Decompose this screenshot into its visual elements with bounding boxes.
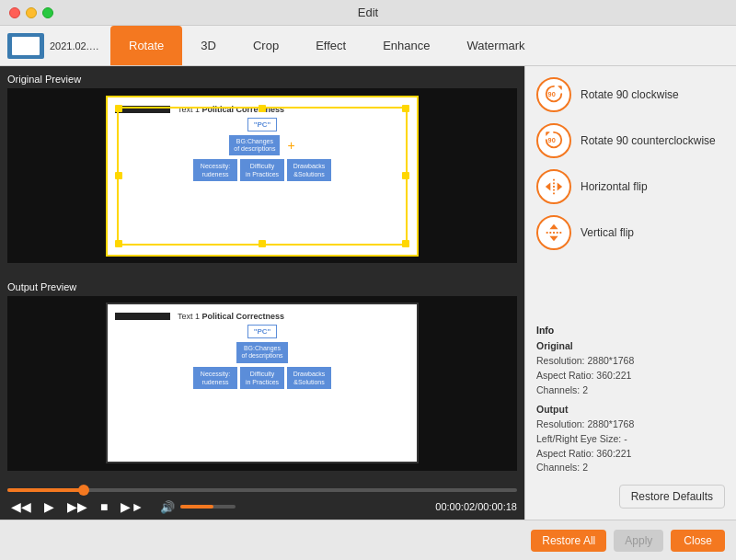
rotate-cw-label: Rotate 90 clockwise (581, 88, 679, 101)
info-output-resolution: Resolution: 2880*1768 (536, 417, 725, 432)
tab-crop[interactable]: Crop (235, 26, 297, 65)
output-slide-pc-box: "PC" (247, 325, 278, 338)
right-panel: 90 Rotate 90 clockwise 90 Rotate 90 coun… (524, 66, 736, 520)
crop-handle-ml[interactable] (115, 172, 122, 179)
svg-marker-7 (549, 236, 558, 242)
traffic-lights (9, 7, 53, 18)
progress-area (0, 485, 524, 494)
slide-necessity: Necessity:rudeness (193, 159, 237, 181)
close-traffic-light[interactable] (9, 7, 20, 18)
rotate-ccw-icon-circle: 90 (536, 123, 571, 158)
maximize-traffic-light[interactable] (42, 7, 53, 18)
stop-button[interactable]: ■ (97, 497, 111, 516)
info-title: Info (536, 324, 725, 338)
file-thumb-inner (12, 37, 40, 55)
time-display: 00:00:02/00:00:18 (435, 501, 517, 512)
output-slide-necessity: Necessity:rudeness (193, 367, 237, 389)
crop-handle-bl[interactable] (115, 240, 122, 247)
tab-rotate[interactable]: Rotate (110, 26, 182, 65)
title-bar: Edit (0, 0, 736, 26)
flip-v-item[interactable]: Vertical flip (536, 215, 725, 250)
window-title: Edit (358, 6, 378, 19)
tab-effect[interactable]: Effect (297, 26, 364, 65)
info-original-aspect: Aspect Ratio: 360:221 (536, 369, 725, 383)
slide-crosshair: + (287, 138, 294, 153)
slide-drawbacks: Drawbacks&Solutions (287, 159, 331, 181)
output-slide: Text 1 Political Correctness "PC" BG:Cha… (106, 303, 419, 463)
svg-marker-6 (549, 224, 558, 230)
output-slide-title-text: Text 1 Political Correctness (178, 312, 284, 321)
slide-middle-row: BG:Changesof descriptions + (229, 135, 294, 156)
rotate-ccw-item[interactable]: 90 Rotate 90 counterclockwise (536, 123, 725, 158)
close-button[interactable]: Close (671, 530, 725, 552)
progress-bar-fill (7, 488, 84, 492)
info-original: Original Resolution: 2880*1768 Aspect Ra… (536, 339, 725, 397)
output-preview-label: Output Preview (7, 281, 517, 292)
info-output-channels: Channels: 2 (536, 461, 725, 475)
crop-handle-mr[interactable] (402, 172, 409, 179)
minimize-traffic-light[interactable] (26, 7, 37, 18)
crop-handle-bm[interactable] (259, 240, 266, 247)
svg-marker-4 (558, 182, 563, 190)
play-button[interactable]: ▶ (40, 497, 58, 516)
toolbar: 2021.02.2... Rotate 3D Crop Effect Enhan… (0, 26, 736, 66)
flip-h-item[interactable]: Horizontal flip (536, 169, 725, 204)
volume-track[interactable] (180, 505, 236, 509)
tab-3d[interactable]: 3D (182, 26, 235, 65)
main-content: Original Preview Text 1 Political Correc… (0, 66, 736, 520)
svg-marker-3 (546, 182, 551, 190)
progress-thumb[interactable] (78, 485, 89, 496)
slide-title-text: Text 1 Political Correctness (178, 105, 284, 114)
rotate-ccw-label: Rotate 90 counterclockwise (581, 134, 716, 147)
original-preview-frame: Text 1 Political Correctness "PC" BG:Cha… (7, 88, 517, 263)
apply-button[interactable]: Apply (614, 530, 663, 552)
output-preview-frame: Text 1 Political Correctness "PC" BG:Cha… (7, 296, 517, 471)
info-output: Output Resolution: 2880*1768 Left/Right … (536, 403, 725, 475)
slide-pc-box: "PC" (247, 118, 278, 131)
output-slide-title-bar: Text 1 Political Correctness (115, 312, 409, 321)
skip-to-end-button[interactable]: ▶► (117, 497, 147, 516)
original-preview-label: Original Preview (7, 74, 517, 85)
restore-all-button[interactable]: Restore All (531, 530, 606, 552)
skip-to-start-button[interactable]: ◀◀ (7, 497, 35, 516)
output-slide-black-bar (115, 313, 170, 320)
info-original-label: Original (536, 339, 725, 354)
flip-h-label: Horizontal flip (581, 180, 648, 193)
skip-forward-button[interactable]: ▶▶ (63, 497, 91, 516)
slide-bottom-row: Necessity:rudeness Difficultyin Practice… (193, 159, 331, 181)
file-thumbnail (7, 33, 44, 59)
output-slide-middle-row: BG:Changesof descriptions (236, 342, 287, 363)
tab-enhance[interactable]: Enhance (364, 26, 448, 65)
output-slide-bg-changes: BG:Changesof descriptions (236, 342, 287, 363)
output-slide-bottom-row: Necessity:rudeness Difficultyin Practice… (193, 367, 331, 389)
flip-h-icon-circle (536, 169, 571, 204)
svg-text:90: 90 (548, 136, 556, 144)
restore-defaults-area: Restore Defaults (536, 481, 725, 509)
slide-title-bar: Text 1 Political Correctness (115, 105, 409, 114)
rotate-cw-item[interactable]: 90 Rotate 90 clockwise (536, 77, 725, 112)
info-original-resolution: Resolution: 2880*1768 (536, 354, 725, 369)
rotate-cw-icon: 90 (544, 85, 564, 105)
volume-fill (180, 505, 213, 509)
info-panel: Info Original Resolution: 2880*1768 Aspe… (536, 324, 725, 509)
rotate-actions: 90 Rotate 90 clockwise 90 Rotate 90 coun… (536, 77, 725, 250)
info-output-label: Output (536, 403, 725, 417)
output-slide-difficulty: Difficultyin Practices (240, 367, 284, 389)
flip-v-icon (544, 223, 564, 243)
svg-text:90: 90 (548, 90, 556, 98)
restore-defaults-button[interactable]: Restore Defaults (619, 485, 725, 509)
info-output-eye-size: Left/Right Eye Size: - (536, 432, 725, 447)
rotate-cw-icon-circle: 90 (536, 77, 571, 112)
tab-watermark[interactable]: Watermark (448, 26, 543, 65)
info-original-channels: Channels: 2 (536, 383, 725, 398)
progress-bar-track[interactable] (7, 488, 517, 492)
playback-controls: ◀◀ ▶ ▶▶ ■ ▶► 🔊 00:00:02/00:00:18 (0, 494, 524, 520)
output-slide-drawbacks: Drawbacks&Solutions (287, 367, 331, 389)
volume-icon: 🔊 (160, 500, 175, 514)
file-icon-area: 2021.02.2... (0, 33, 110, 59)
original-preview-section: Original Preview Text 1 Political Correc… (0, 66, 524, 278)
slide-difficulty: Difficultyin Practices (240, 159, 284, 181)
original-slide: Text 1 Political Correctness "PC" BG:Cha… (106, 96, 419, 257)
bottom-bar: Restore All Apply Close (0, 520, 736, 560)
crop-handle-br[interactable] (402, 240, 409, 247)
